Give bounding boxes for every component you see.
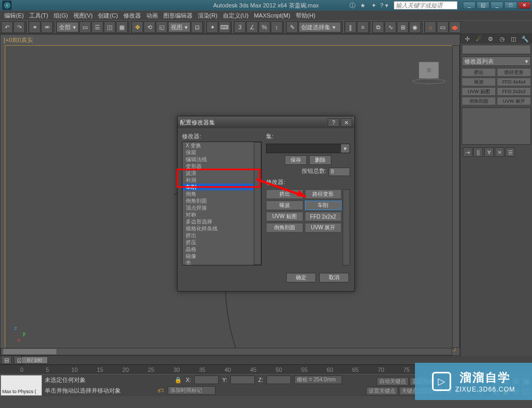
grid-cell[interactable]: UVW 展开 (305, 223, 342, 232)
menu-maxscript[interactable]: MAXScript(M) (252, 12, 292, 19)
list-item[interactable]: 多边形选择 (182, 218, 261, 225)
time-tag-field[interactable]: 添加时间标记 (168, 386, 215, 395)
scale-button[interactable]: ◱ (156, 21, 168, 33)
undo-button[interactable]: ↶ (1, 21, 13, 33)
list-item[interactable]: X 变换 (182, 142, 261, 149)
list-item[interactable]: 挤出 (182, 232, 261, 239)
modifier-stack[interactable] (462, 107, 531, 145)
manipulate-button[interactable]: ✦ (206, 21, 218, 33)
percent-snap-button[interactable]: % (259, 21, 270, 33)
grid-cell[interactable]: 噪波 (266, 201, 303, 210)
dialog-help-button[interactable]: ? (328, 118, 339, 127)
unlink-button[interactable]: ⚮ (41, 21, 53, 33)
mod-btn[interactable]: UVW 贴图 (462, 87, 496, 96)
layers-button[interactable]: ⧉ (372, 21, 384, 33)
list-item-selected[interactable]: 车削 (182, 184, 261, 190)
cancel-button[interactable]: 取消 (319, 273, 349, 282)
menu-modifiers[interactable]: 修改器 (121, 12, 143, 20)
selection-filter-dropdown[interactable]: 全部▾ (56, 22, 79, 32)
pivot-button[interactable]: ⊡ (191, 21, 203, 33)
list-item[interactable]: 波浪 (182, 170, 261, 177)
select-name-button[interactable]: ☰ (92, 21, 103, 33)
list-item[interactable]: 变形器 (182, 163, 261, 170)
restore-inner-button[interactable]: ◱ (477, 2, 489, 9)
redo-button[interactable]: ↷ (13, 21, 25, 33)
snap-button[interactable]: 3 (234, 21, 246, 33)
total-buttons-spinner[interactable]: 8 (329, 168, 350, 176)
motion-tab-icon[interactable]: ◷ (498, 35, 506, 43)
coord-z-field[interactable] (267, 376, 291, 384)
grid-cell-highlighted[interactable]: 车削 (305, 201, 342, 210)
mod-btn[interactable]: 倒角剖面 (462, 97, 496, 105)
minimize-inner-button[interactable]: _ (463, 2, 476, 9)
modifier-list-dropdown[interactable]: 修改器列表▾ (462, 56, 531, 66)
viewport-h-scrollbar[interactable] (1, 348, 452, 355)
list-item[interactable]: 壳 (182, 260, 261, 265)
grid-scrollbar[interactable] (343, 189, 350, 265)
list-item[interactable]: 规格化样条线 (182, 225, 261, 232)
time-slider-handle[interactable]: 0 / 100 (21, 356, 48, 364)
display-tab-icon[interactable]: ◫ (510, 35, 517, 43)
view-cube-compass[interactable] (412, 79, 445, 84)
pin-stack-icon[interactable]: ⇥ (463, 147, 472, 157)
list-item[interactable]: 保留 (182, 149, 261, 156)
mirror-button[interactable]: ‖ (345, 21, 356, 33)
mod-btn[interactable]: 路径变形 (497, 68, 531, 77)
viewport-v-scrollbar[interactable] (452, 45, 460, 348)
list-scrollbar[interactable] (254, 142, 261, 265)
grid-cell[interactable]: 路径变形 (305, 189, 342, 199)
search-input[interactable] (394, 1, 458, 10)
menu-edit[interactable]: 编辑(E) (2, 12, 26, 20)
coord-x-field[interactable] (194, 376, 219, 384)
mod-btn[interactable]: 噪波 (462, 78, 496, 86)
list-item[interactable]: 顶点焊接 (182, 204, 261, 211)
modify-tab-icon[interactable]: ☄ (475, 35, 483, 43)
edit-selection-button[interactable]: ✎ (286, 21, 298, 33)
mod-btn[interactable]: FFD 2x2x2 (497, 87, 531, 96)
trackbar-toggle-icon[interactable]: ⊟ (1, 356, 12, 364)
render-frame-button[interactable]: ▭ (437, 21, 448, 33)
angle-snap-button[interactable]: ∠ (246, 21, 258, 33)
viewport-label[interactable]: [+0前0真实 (4, 36, 33, 44)
list-item[interactable]: 倒角剖面 (182, 197, 261, 204)
ref-coord-dropdown[interactable]: 视图▾ (168, 22, 190, 32)
coord-y-field[interactable] (230, 376, 255, 384)
ok-button[interactable]: 确定 (286, 273, 316, 282)
satellite-icon[interactable]: ✦ (369, 1, 378, 10)
menu-customize[interactable]: 自定义(U) (221, 12, 251, 20)
grid-cell[interactable]: FFD 2x2x2 (305, 212, 342, 221)
grid-cell[interactable]: 倒角剖面 (266, 223, 303, 232)
minimize-button[interactable]: _ (491, 2, 503, 9)
configure-sets-icon[interactable]: ☰ (505, 147, 515, 157)
mod-btn[interactable]: UVW 展开 (497, 97, 531, 105)
curve-editor-button[interactable]: ∿ (385, 21, 396, 33)
menu-group[interactable]: 组(G) (52, 12, 70, 20)
maxscript-listener[interactable]: Max to Physcs ( (1, 375, 42, 396)
mod-btn[interactable]: 挤出 (462, 68, 496, 77)
list-item[interactable]: 镜像 (182, 253, 261, 260)
info-icon[interactable]: ⓘ (348, 1, 356, 10)
help-dropdown-icon[interactable]: ? ▾ (380, 1, 388, 10)
auto-key-button[interactable]: 自动关键点 (377, 377, 409, 386)
render-setup-button[interactable]: ☼ (425, 21, 436, 33)
align-button[interactable]: ≡ (357, 21, 369, 33)
close-button[interactable]: ✕ (518, 2, 531, 9)
rotate-button[interactable]: ⟲ (144, 21, 155, 33)
grid-cell[interactable]: 挤出 (266, 189, 303, 199)
window-crossing-button[interactable]: ▦ (116, 21, 128, 33)
link-button[interactable]: ⚭ (29, 21, 40, 33)
list-item[interactable]: 晶格 (182, 246, 261, 253)
select-button[interactable]: ▭ (79, 21, 91, 33)
menu-tools[interactable]: 工具(T) (27, 12, 51, 20)
schematic-button[interactable]: ⊞ (397, 21, 409, 33)
star-icon[interactable]: ★ (359, 1, 367, 10)
show-end-icon[interactable]: || (473, 147, 483, 157)
set-dropdown[interactable]: ▾ (266, 144, 350, 153)
dropdown-arrow-icon[interactable]: ▾ (341, 144, 350, 153)
mod-btn[interactable]: FFD 4x4x4 (497, 78, 531, 86)
spinner-snap-button[interactable]: ↕ (271, 21, 282, 33)
hierarchy-tab-icon[interactable]: ⚙ (487, 35, 494, 43)
named-selection-dropdown[interactable]: 创建选择集▾ (298, 22, 341, 32)
list-item[interactable]: 补洞 (182, 177, 261, 184)
list-item[interactable]: 倒角 (182, 190, 261, 197)
